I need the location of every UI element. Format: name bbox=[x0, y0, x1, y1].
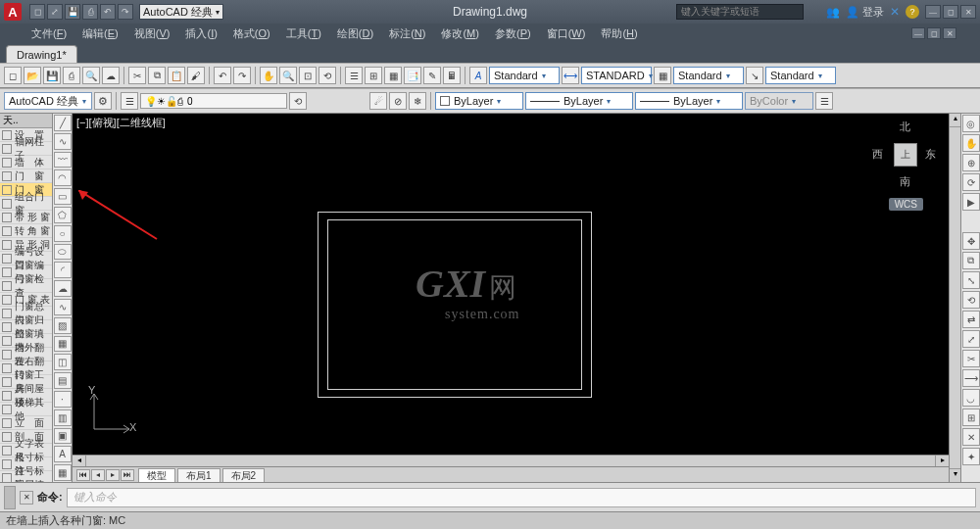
login-button[interactable]: 👤 登录 bbox=[846, 5, 884, 20]
search-input[interactable]: 键入关键字或短语 bbox=[676, 4, 804, 20]
hatch-icon[interactable]: ▨ bbox=[54, 317, 72, 334]
text-icon[interactable]: A bbox=[54, 446, 72, 462]
workspace-settings-icon[interactable] bbox=[94, 92, 112, 110]
tab-prev-icon[interactable]: ◂ bbox=[91, 469, 105, 481]
properties-icon[interactable]: ☰ bbox=[345, 67, 363, 84]
scale-icon[interactable]: ⤢ bbox=[962, 330, 980, 348]
polygon-icon[interactable]: ⬠ bbox=[54, 207, 72, 223]
workspace-combo[interactable]: AutoCAD 经典 bbox=[4, 92, 92, 110]
copy-icon[interactable]: ⧉ bbox=[148, 67, 166, 84]
revision-cloud-icon[interactable]: ☁ bbox=[54, 280, 72, 297]
layer-iso-icon[interactable]: ⊘ bbox=[389, 92, 407, 110]
rotate-icon[interactable]: ⟲ bbox=[962, 291, 980, 309]
zoom-previous-icon[interactable]: ⟲ bbox=[318, 67, 336, 84]
wcs-badge[interactable]: WCS bbox=[889, 198, 923, 211]
palette-item[interactable]: 组合门窗 bbox=[0, 197, 52, 211]
qat-save-icon[interactable]: 💾 bbox=[65, 4, 80, 20]
cmdline-handle[interactable] bbox=[4, 486, 16, 509]
viewcube-top[interactable]: 上 bbox=[894, 143, 917, 167]
save-icon[interactable]: 💾 bbox=[43, 67, 61, 84]
layer-states-icon[interactable]: ☄ bbox=[369, 92, 387, 110]
menu-o[interactable]: 格式(O) bbox=[225, 26, 278, 41]
point-icon[interactable]: · bbox=[54, 391, 72, 408]
rectangle-icon[interactable]: ▭ bbox=[54, 188, 72, 205]
pan-icon[interactable]: ✋ bbox=[260, 67, 277, 84]
doc-close-button[interactable]: ✕ bbox=[943, 27, 956, 39]
app-logo[interactable]: A bbox=[4, 3, 22, 21]
palette-item[interactable]: 转 角 窗 bbox=[0, 224, 52, 238]
dim-style-select[interactable]: STANDARD bbox=[581, 67, 652, 84]
linetype-combo[interactable]: ByLayer bbox=[525, 92, 633, 110]
tool2-icon[interactable]: ▣ bbox=[54, 428, 72, 445]
zoom-window-icon[interactable]: ⊡ bbox=[299, 67, 317, 84]
showmotion-icon[interactable]: ▶ bbox=[962, 193, 980, 211]
qat-redo-icon[interactable]: ↷ bbox=[118, 4, 133, 20]
color-combo[interactable]: ByLayer bbox=[435, 92, 523, 110]
maximize-button[interactable]: ◻ bbox=[943, 5, 958, 19]
ellipse-arc-icon[interactable]: ◜ bbox=[54, 262, 72, 278]
palette-header[interactable]: 天.. bbox=[0, 114, 52, 128]
qat-print-icon[interactable]: ⎙ bbox=[82, 4, 98, 20]
redo-icon[interactable]: ↷ bbox=[233, 67, 251, 84]
cmd-close-icon[interactable]: ✕ bbox=[20, 491, 33, 505]
help-icon[interactable]: ? bbox=[906, 5, 919, 19]
viewcube-south[interactable]: 南 bbox=[900, 174, 910, 189]
tool1-icon[interactable]: ▥ bbox=[54, 409, 72, 426]
menu-e[interactable]: 编辑(E) bbox=[74, 26, 126, 41]
fillet-icon[interactable]: ◡ bbox=[962, 389, 980, 407]
tab-model[interactable]: 模型 bbox=[138, 468, 175, 482]
text-style-select[interactable]: Standard bbox=[489, 67, 560, 84]
mirror-icon[interactable]: ⇄ bbox=[962, 311, 980, 328]
open-icon[interactable]: 📂 bbox=[24, 67, 41, 84]
qat-new-icon[interactable]: ◻ bbox=[29, 4, 45, 20]
boundary-icon[interactable]: ◫ bbox=[54, 354, 72, 370]
tab-first-icon[interactable]: ⏮ bbox=[76, 469, 90, 481]
h-scrollbar[interactable]: ◂ ▸ bbox=[73, 455, 949, 466]
minimize-button[interactable]: — bbox=[925, 5, 941, 19]
menu-i[interactable]: 插入(I) bbox=[177, 26, 224, 41]
close-button[interactable]: ✕ bbox=[960, 5, 976, 19]
menu-w[interactable]: 窗口(W) bbox=[539, 26, 594, 41]
table-style-icon[interactable]: ▦ bbox=[654, 67, 671, 84]
cut-icon[interactable]: ✂ bbox=[128, 67, 146, 84]
menu-m[interactable]: 修改(M) bbox=[433, 26, 487, 41]
paste-icon[interactable]: 📋 bbox=[168, 67, 185, 84]
layer-manager-icon[interactable]: ☰ bbox=[121, 92, 138, 110]
zoom-realtime-icon[interactable]: 🔍 bbox=[279, 67, 297, 84]
menu-n[interactable]: 标注(N) bbox=[381, 26, 433, 41]
explode-icon[interactable]: ✦ bbox=[962, 448, 980, 465]
copy2-icon[interactable]: ⧉ bbox=[962, 252, 980, 269]
menu-v[interactable]: 视图(V) bbox=[126, 26, 178, 41]
viewcube-west[interactable]: 西 bbox=[872, 147, 883, 162]
table-style-select[interactable]: Standard bbox=[673, 67, 744, 84]
region-icon[interactable]: ▤ bbox=[54, 372, 72, 389]
tab-layout2[interactable]: 布局2 bbox=[222, 468, 266, 482]
tab-last-icon[interactable]: ⏭ bbox=[121, 469, 134, 481]
palette-item[interactable]: 门 窗 bbox=[0, 169, 52, 183]
dim-style-icon[interactable]: ⟷ bbox=[562, 67, 579, 84]
mleader-style-icon[interactable]: ↘ bbox=[746, 67, 763, 84]
tool-palettes-icon[interactable]: ▦ bbox=[384, 67, 402, 84]
line-icon[interactable]: ╱ bbox=[54, 115, 72, 131]
doc-minimize-button[interactable]: — bbox=[911, 27, 925, 39]
match-icon[interactable]: 🖌 bbox=[187, 67, 205, 84]
document-tab[interactable]: Drawing1* bbox=[6, 45, 77, 63]
drawing-canvas[interactable]: [−][俯视][二维线框] GXI网 system.com X Y 北 南 bbox=[73, 114, 949, 455]
pan2-icon[interactable]: ✋ bbox=[962, 134, 980, 152]
viewcube-north[interactable]: 北 bbox=[900, 120, 910, 134]
viewcube-east[interactable]: 东 bbox=[925, 147, 936, 162]
undo-icon[interactable]: ↶ bbox=[214, 67, 231, 84]
palette-item[interactable]: 带 形 窗 bbox=[0, 211, 52, 224]
style-toggle-icon[interactable]: A bbox=[469, 67, 487, 84]
plot-icon[interactable]: ⎙ bbox=[63, 67, 80, 84]
menu-h[interactable]: 帮助(H) bbox=[593, 26, 645, 41]
layer-freeze-icon[interactable]: ❄ bbox=[409, 92, 426, 110]
lineweight-combo[interactable]: ByLayer bbox=[635, 92, 743, 110]
design-center-icon[interactable]: ⊞ bbox=[365, 67, 382, 84]
publish-icon[interactable]: ☁ bbox=[102, 67, 120, 84]
layer-previous-icon[interactable]: ⟲ bbox=[289, 92, 307, 110]
palette-item[interactable]: 轴网柱子 bbox=[0, 142, 52, 156]
tab-layout1[interactable]: 布局1 bbox=[177, 468, 220, 482]
qat-undo-icon[interactable]: ↶ bbox=[100, 4, 116, 20]
v-scrollbar[interactable]: ▴ ▾ bbox=[949, 114, 960, 482]
